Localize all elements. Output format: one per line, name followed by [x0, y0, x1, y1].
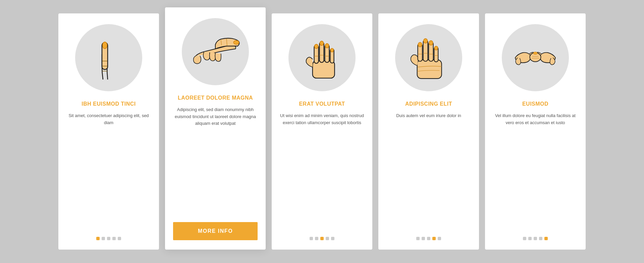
handshake-icon — [510, 33, 560, 83]
svg-point-32 — [434, 46, 438, 50]
dot — [96, 237, 100, 240]
card-1-dots — [96, 237, 121, 240]
dot — [118, 237, 121, 240]
dot — [107, 237, 110, 240]
dot — [432, 237, 436, 240]
open-hand-icon — [297, 33, 347, 83]
card-1-text: Sit amet, consectetuer adipiscing elit, … — [66, 112, 151, 227]
palm-icon-circle — [395, 24, 462, 91]
finger-icon-circle — [75, 24, 142, 91]
card-3: ERAT VOLUTPAT Ut wisi enim ad minim veni… — [272, 13, 372, 250]
card-5: EUISMOD Vel illum dolore eu feugiat null… — [485, 13, 586, 250]
finger-icon — [84, 33, 134, 83]
svg-point-18 — [325, 44, 329, 48]
card-5-title: EUISMOD — [522, 101, 548, 108]
dot — [326, 237, 329, 240]
svg-point-19 — [330, 48, 333, 52]
dot — [539, 237, 542, 240]
dot — [320, 237, 324, 240]
svg-point-30 — [424, 39, 428, 43]
card-3-text: Ut wisi enim ad minim veniam, quis nostr… — [280, 112, 364, 227]
card-4: ADIPISCING ELIT Duis autem vel eum iriur… — [378, 13, 479, 250]
palm-icon — [404, 33, 454, 83]
dot — [438, 237, 441, 240]
cards-container: IBH EUISMOD TINCI Sit amet, consectetuer… — [38, 0, 606, 263]
card-2-text: Adipiscing elit, sed diam nonummy nibh e… — [173, 106, 258, 214]
svg-rect-20 — [417, 60, 442, 78]
svg-point-4 — [103, 42, 107, 49]
dot — [331, 237, 334, 240]
card-2: LAOREET DOLORE MAGNA Adipiscing elit, se… — [165, 7, 266, 250]
pointing-icon-circle — [182, 18, 249, 85]
dot — [544, 237, 548, 240]
card-4-text: Duis autem vel eum iriure dolor in — [396, 112, 461, 227]
card-1: IBH EUISMOD TINCI Sit amet, consectetuer… — [58, 13, 159, 250]
svg-point-16 — [315, 44, 318, 49]
dot — [422, 237, 425, 240]
card-2-title: LAOREET DOLORE MAGNA — [178, 95, 253, 102]
svg-point-31 — [429, 41, 433, 45]
dot — [102, 237, 105, 240]
svg-point-36 — [533, 52, 537, 55]
card-3-dots — [310, 237, 334, 240]
dot — [315, 237, 318, 240]
svg-point-17 — [320, 41, 323, 45]
card-4-title: ADIPISCING ELIT — [405, 101, 452, 108]
dot — [112, 237, 116, 240]
dot — [416, 237, 420, 240]
card-5-text: Vel illum dolore eu feugiat nulla facili… — [493, 112, 578, 227]
svg-point-29 — [418, 42, 422, 47]
card-5-dots — [523, 237, 548, 240]
dot — [523, 237, 526, 240]
open-hand-icon-circle — [288, 24, 356, 91]
pointing-hand-icon — [190, 27, 240, 77]
dot — [528, 237, 532, 240]
card-3-title: ERAT VOLUTPAT — [299, 101, 345, 108]
handshake-icon-circle — [502, 24, 569, 91]
dot — [534, 237, 537, 240]
card-4-dots — [416, 237, 441, 240]
card-1-title: IBH EUISMOD TINCI — [82, 101, 136, 108]
more-info-button[interactable]: MORE INFO — [173, 222, 258, 240]
dot — [310, 237, 313, 240]
svg-point-7 — [233, 41, 239, 45]
dot — [427, 237, 430, 240]
